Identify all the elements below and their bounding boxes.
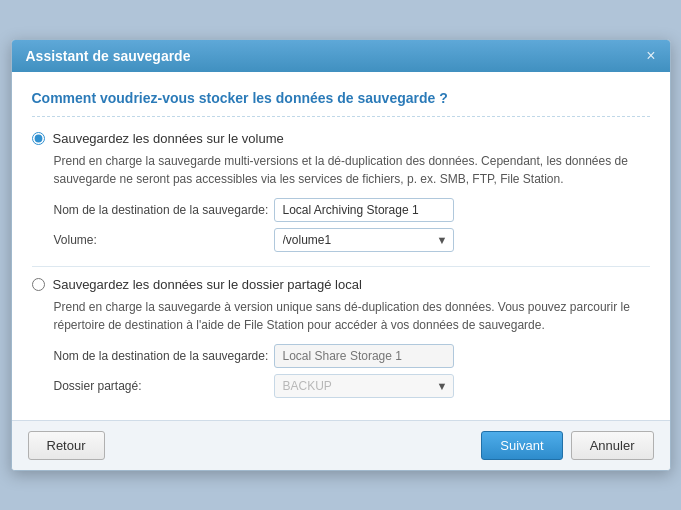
option2-radio[interactable]: [32, 278, 45, 291]
dialog-footer: Retour Suivant Annuler: [12, 420, 670, 470]
dialog-window: Assistant de sauvegarde × Comment voudri…: [11, 39, 671, 471]
option2-label[interactable]: Sauvegardez les données sur le dossier p…: [53, 277, 362, 292]
option1-section: Sauvegardez les données sur le volume Pr…: [32, 131, 650, 252]
option1-volume-label: Volume:: [54, 233, 274, 247]
option1-header: Sauvegardez les données sur le volume: [32, 131, 650, 146]
option1-description: Prend en charge la sauvegarde multi-vers…: [54, 152, 650, 188]
option2-section: Sauvegardez les données sur le dossier p…: [32, 277, 650, 398]
option2-shared-select-wrap: BACKUP ▼: [274, 374, 454, 398]
option2-dest-input: [274, 344, 454, 368]
dialog-body: Comment voudriez-vous stocker les donnée…: [12, 72, 670, 420]
footer-right-buttons: Suivant Annuler: [481, 431, 653, 460]
option1-radio[interactable]: [32, 132, 45, 145]
option2-dest-row: Nom de la destination de la sauvegarde:: [54, 344, 650, 368]
option1-dest-row: Nom de la destination de la sauvegarde:: [54, 198, 650, 222]
option1-dest-label: Nom de la destination de la sauvegarde:: [54, 203, 274, 217]
page-question: Comment voudriez-vous stocker les donnée…: [32, 90, 650, 117]
option2-dest-label: Nom de la destination de la sauvegarde:: [54, 349, 274, 363]
option1-volume-row: Volume: /volume1 ▼: [54, 228, 650, 252]
section-divider: [32, 266, 650, 267]
dialog-header: Assistant de sauvegarde ×: [12, 40, 670, 72]
option2-shared-row: Dossier partagé: BACKUP ▼: [54, 374, 650, 398]
option1-volume-select[interactable]: /volume1: [274, 228, 454, 252]
option2-shared-label: Dossier partagé:: [54, 379, 274, 393]
next-button[interactable]: Suivant: [481, 431, 562, 460]
option1-label[interactable]: Sauvegardez les données sur le volume: [53, 131, 284, 146]
cancel-button[interactable]: Annuler: [571, 431, 654, 460]
close-button[interactable]: ×: [646, 48, 655, 64]
option2-header: Sauvegardez les données sur le dossier p…: [32, 277, 650, 292]
option1-volume-select-wrap: /volume1 ▼: [274, 228, 454, 252]
option2-description: Prend en charge la sauvegarde à version …: [54, 298, 650, 334]
option2-shared-select: BACKUP: [274, 374, 454, 398]
dialog-title: Assistant de sauvegarde: [26, 48, 191, 64]
option1-dest-input[interactable]: [274, 198, 454, 222]
back-button[interactable]: Retour: [28, 431, 105, 460]
